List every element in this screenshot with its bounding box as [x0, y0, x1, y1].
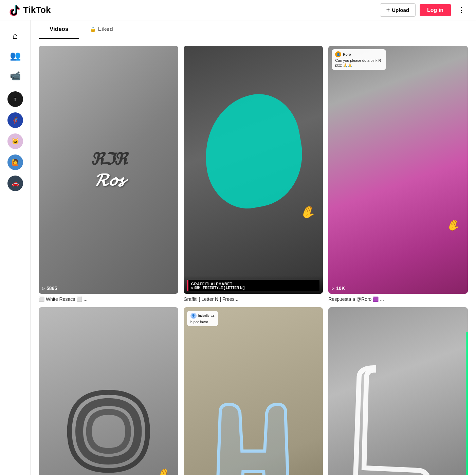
tab-videos-label: Videos: [50, 26, 68, 33]
comment-bubble-3: 👤 Roro Can you please do a pink R plzz 🙏…: [332, 49, 386, 70]
main-layout: ⌂ 👥 📹 T 🦸 🐱 🙋 🚗: [0, 20, 476, 475]
login-button[interactable]: Log in: [420, 4, 451, 16]
header-actions: + Upload Log in ⋮: [380, 3, 468, 17]
comment-username-3: Roro: [343, 53, 351, 56]
sidebar: ⌂ 👥 📹 T 🦸 🐱 🙋 🚗: [0, 20, 31, 475]
video-grid: ℜℑℜ 𝓡𝓸𝓼 ▷ 5865 ⬜ White Resacs ⬜ ...: [39, 46, 468, 475]
view-count-1: ▷ 5865: [42, 286, 57, 291]
tiktok-logo-icon: [8, 4, 20, 16]
more-options-button[interactable]: ⋮: [455, 4, 468, 16]
friends-icon: 👥: [10, 51, 21, 61]
comment-username-5: luzbelle_15: [198, 314, 215, 317]
video-thumbnail-6: ✋ GRAFFITI ALPHABET ▷ 21.7K FREESTYLE [ …: [328, 307, 468, 475]
video-card-1[interactable]: ℜℑℜ 𝓡𝓸𝓼 ▷ 5865 ⬜ White Resacs ⬜ ...: [39, 46, 178, 302]
play-icon-1: ▷: [42, 287, 45, 290]
video-thumbnail-1: ℜℑℜ 𝓡𝓸𝓼 ▷ 5865: [39, 46, 178, 294]
comment-text-3: Can you please do a pink R plzz 🙏🙏: [335, 58, 383, 68]
view-count-3: ▷ 10K: [332, 286, 345, 291]
sidebar-avatar-character[interactable]: 🦸: [7, 112, 23, 128]
video-card-4[interactable]: ✋ GRAFFITI ALPHABET ▷ 13.8K FREESTYLE [ …: [39, 307, 178, 475]
video-thumbnail-4: ✋ GRAFFITI ALPHABET ▷ 13.8K FREESTYLE [ …: [39, 307, 178, 475]
upload-label: Upload: [392, 7, 409, 13]
sidebar-avatar-person[interactable]: 🙋: [7, 154, 23, 170]
sidebar-item-live[interactable]: 📹: [6, 67, 24, 85]
header: TikTok + Upload Log in ⋮: [0, 0, 476, 20]
sidebar-avatar-car[interactable]: 🚗: [7, 176, 23, 191]
logo[interactable]: TikTok: [8, 4, 51, 16]
video-thumbnail-5: 👤 luzbelle_15 h por favor ✋: [184, 307, 323, 475]
video-card-5[interactable]: 👤 luzbelle_15 h por favor ✋: [184, 307, 323, 475]
comment-bubble-5: 👤 luzbelle_15 h por favor: [187, 311, 218, 326]
sidebar-item-friends[interactable]: 👥: [6, 47, 24, 65]
comment-text-5: h por favor: [190, 319, 215, 324]
home-icon: ⌂: [13, 31, 18, 41]
sidebar-avatar-tattoo[interactable]: T: [7, 91, 23, 107]
video-thumbnail-2: ✋ GRAFFITI ALPHABET ▷ 95K FREESTYLE [ Le…: [184, 46, 323, 294]
play-icon-2: ▷: [191, 286, 194, 290]
ellipsis-icon: ⋮: [458, 6, 465, 15]
video-title-1: ⬜ White Resacs ⬜ ...: [39, 296, 178, 302]
tab-liked-label: Liked: [98, 26, 113, 33]
tab-videos[interactable]: Videos: [39, 20, 79, 39]
video-card-6[interactable]: ✋ GRAFFITI ALPHABET ▷ 21.7K FREESTYLE [ …: [328, 307, 468, 475]
video-thumbnail-3: 👤 Roro Can you please do a pink R plzz 🙏…: [328, 46, 468, 294]
sidebar-item-home[interactable]: ⌂: [9, 27, 21, 44]
tabs: Videos 🔒 Liked: [39, 20, 468, 39]
sidebar-avatar-cat[interactable]: 🐱: [7, 133, 23, 149]
live-icon: 📹: [10, 71, 21, 81]
logo-text: TikTok: [23, 5, 51, 15]
main-content: Videos 🔒 Liked ℜℑℜ 𝓡𝓸𝓼: [31, 20, 476, 475]
lock-icon: 🔒: [90, 26, 96, 32]
upload-button[interactable]: + Upload: [380, 3, 416, 17]
comment-header-5: 👤 luzbelle_15: [190, 313, 215, 319]
video-card-3[interactable]: 👤 Roro Can you please do a pink R plzz 🙏…: [328, 46, 468, 302]
comment-header-3: 👤 Roro: [335, 51, 383, 57]
graffiti-badge-2: GRAFFITI ALPHABET ▷ 95K FREESTYLE [ Lett…: [187, 280, 320, 291]
video-card-2[interactable]: ✋ GRAFFITI ALPHABET ▷ 95K FREESTYLE [ Le…: [184, 46, 323, 302]
video-title-3: Respuesta a @Roro 🟪 ...: [328, 296, 468, 302]
video-overlay-2: GRAFFITI ALPHABET ▷ 95K FREESTYLE [ Lett…: [184, 276, 323, 294]
video-title-2: Graffiti [ Letter N ] Frees...: [184, 296, 323, 302]
play-icon-3: ▷: [332, 287, 334, 290]
tab-liked[interactable]: 🔒 Liked: [79, 20, 124, 39]
plus-icon: +: [386, 6, 390, 14]
